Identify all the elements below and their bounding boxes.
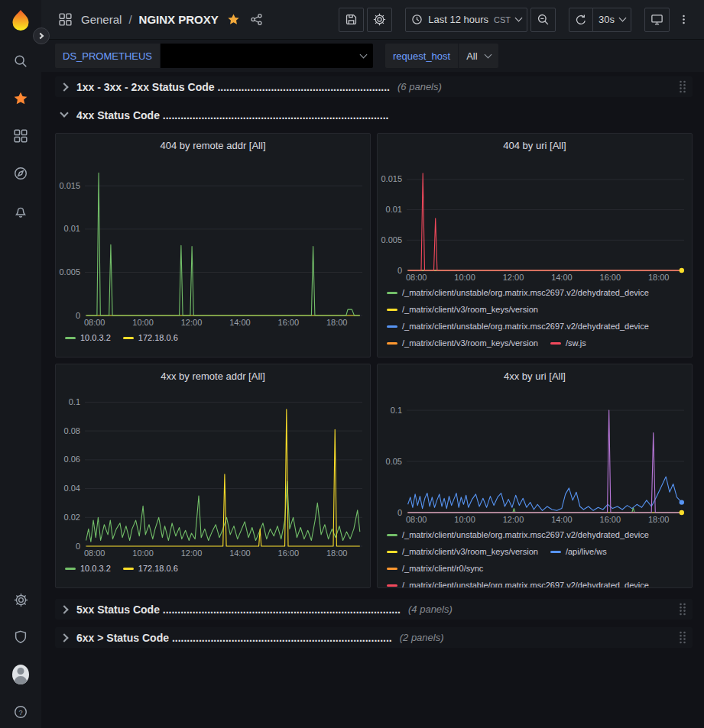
request-host-label: request_host [385,44,458,68]
tv-kiosk-button[interactable] [644,8,670,32]
favorite-star-button[interactable] [225,11,242,28]
panel-chart[interactable]: 00.050.108:0010:0012:0014:0016:0018:00 [378,387,692,525]
sidebar: ? [0,0,41,728]
breadcrumb-title[interactable]: NGINX PROXY [139,13,219,26]
svg-text:18:00: 18:00 [326,318,348,327]
svg-text:08:00: 08:00 [84,548,105,558]
legend-item[interactable]: /sw.js [550,335,586,351]
row-panel-count: (6 panels) [397,81,442,92]
chevron-right-icon [60,605,68,613]
legend-label: /_matrix/client/unstable/org.matrix.msc2… [402,318,649,335]
dashboard-settings-button[interactable] [367,8,392,32]
legend-item[interactable]: /_matrix/client/unstable/org.matrix.msc2… [387,284,649,301]
zoom-out-icon [537,13,550,26]
request-host-select[interactable]: All [459,44,498,68]
settings-gear-icon[interactable] [12,591,29,608]
legend-item[interactable]: /_matrix/client/v3/room_keys/version [387,301,538,318]
svg-text:18:00: 18:00 [648,515,670,524]
refresh-icon [575,14,587,26]
legend-swatch [123,568,134,570]
panel-chart[interactable]: 00.0050.010.01508:0010:0012:0014:0016:00… [56,157,370,328]
save-icon [345,13,358,26]
legend-swatch [65,568,76,570]
svg-text:14:00: 14:00 [229,548,251,558]
alerting-bell-icon[interactable] [12,202,29,219]
panel-chart[interactable]: 00.0050.010.01508:0010:0012:0014:0016:00… [378,157,692,283]
zoom-out-button[interactable] [530,8,556,32]
legend-item[interactable]: 10.0.3.2 [65,560,111,577]
row-drag-handle[interactable] [679,80,686,93]
svg-text:10:00: 10:00 [132,548,154,558]
shield-icon[interactable] [12,629,29,645]
svg-text:18:00: 18:00 [648,273,670,282]
row-5xx-status-code[interactable]: 5xx Status Code ........................… [55,599,693,620]
chevron-right-icon [37,33,44,39]
svg-text:0.08: 0.08 [64,426,80,435]
help-icon[interactable]: ? [12,704,29,720]
row-drag-handle[interactable] [679,631,686,644]
panel-404-by-uri-all: 404 by uri [All]00.0050.010.01508:0010:0… [377,133,693,358]
panel-chart[interactable]: 00.020.040.060.080.108:0010:0012:0014:00… [56,387,370,558]
main-area: General / NGINX PROXY [41,0,704,728]
grafana-logo[interactable] [8,8,33,32]
more-options-button[interactable] [673,8,695,32]
legend-swatch [387,325,397,328]
panel-title[interactable]: 4xx by uri [All] [378,364,692,387]
time-range-picker[interactable]: Last 12 hours CST [405,8,527,32]
explore-compass-icon[interactable] [12,165,29,182]
legend-item[interactable]: /_matrix/client/r0/sync [387,560,483,577]
legend-item[interactable]: /_matrix/client/unstable/org.matrix.msc2… [387,526,649,543]
clock-icon [411,14,423,25]
legend-swatch [387,568,397,570]
legend-item[interactable]: 10.0.3.2 [65,329,111,346]
starred-icon[interactable] [12,90,29,107]
timeseries-plot: 00.050.108:0010:0012:0014:0016:0018:00 [378,387,692,525]
legend-label: /_matrix/client/unstable/org.matrix.msc2… [402,526,649,543]
gear-icon [373,13,386,26]
save-dashboard-button[interactable] [339,8,364,32]
row-drag-handle[interactable] [679,603,686,616]
panel-title[interactable]: 404 by remote addr [All] [56,134,370,157]
legend-label: /_matrix/client/v3/room_keys/version [402,543,538,560]
chevron-down-icon [515,15,523,22]
svg-text:0.1: 0.1 [391,406,402,415]
dashboard-variables-bar: DS_PROMETHEUS request_host All [41,40,704,72]
panel-title[interactable]: 4xx by remote addr [All] [56,364,370,387]
row-1xx-3xx-2xx-status-code[interactable]: 1xx - 3xx - 2xx Status Code ............… [55,76,693,97]
share-button[interactable] [248,11,264,28]
svg-text:0: 0 [76,311,80,320]
row-4xx-status-code[interactable]: 4xx Status Code ........................… [55,105,693,125]
legend-label: /_matrix/client/v3/room_keys/version [402,301,538,318]
breadcrumb-folder[interactable]: General [81,13,122,26]
svg-text:12:00: 12:00 [181,548,203,558]
svg-text:0.015: 0.015 [59,181,80,190]
chevron-down-icon [60,108,68,117]
panel-title[interactable]: 404 by uri [All] [378,134,692,157]
refresh-button[interactable] [569,8,593,32]
row-title: 5xx Status Code ........................… [76,603,401,616]
expand-sidebar-button[interactable] [33,28,50,44]
legend-item[interactable]: /_matrix/client/v3/room_keys/version [387,543,538,560]
svg-text:16:00: 16:00 [600,273,621,282]
row-6xx-status-code[interactable]: 6xx > Status Code ......................… [55,627,693,648]
search-icon[interactable] [12,53,29,70]
legend-item[interactable]: 172.18.0.6 [123,560,178,577]
legend-swatch [387,309,397,311]
panel-legend: 10.0.3.2172.18.0.6 [56,328,370,349]
svg-text:14:00: 14:00 [229,318,251,327]
svg-text:12:00: 12:00 [181,318,203,327]
datasource-select[interactable] [161,44,373,68]
svg-text:0.005: 0.005 [381,235,402,244]
legend-item[interactable]: /_matrix/client/unstable/org.matrix.msc2… [387,577,649,588]
avatar[interactable] [12,666,29,683]
svg-text:08:00: 08:00 [84,318,105,327]
legend-item[interactable]: /api/live/ws [550,543,607,560]
legend-item[interactable]: /_matrix/client/unstable/org.matrix.msc2… [387,318,649,335]
legend-swatch [387,342,397,345]
legend-item[interactable]: /_matrix/client/v3/room_keys/version [387,335,538,351]
dashboards-icon[interactable] [12,128,29,144]
refresh-interval-picker[interactable]: 30s [593,8,631,32]
svg-text:0.05: 0.05 [386,457,402,466]
time-range-label: Last 12 hours [428,14,488,25]
legend-item[interactable]: 172.18.0.6 [123,329,178,346]
